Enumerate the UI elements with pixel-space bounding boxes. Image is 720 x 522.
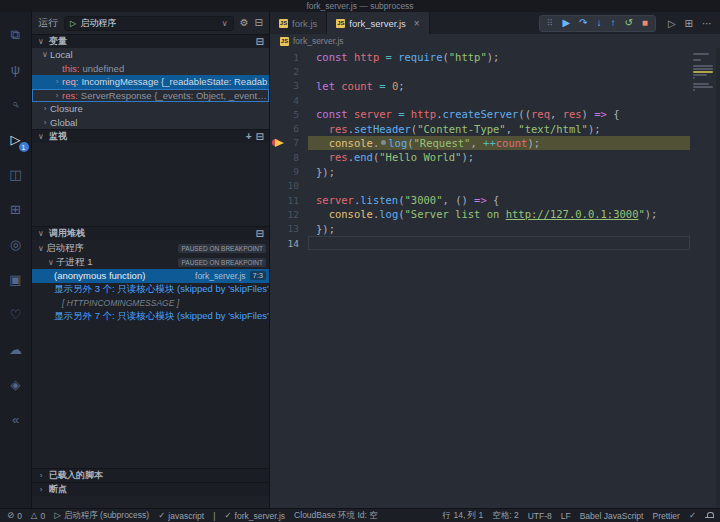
- gutter-line-2[interactable]: 2: [270, 64, 308, 78]
- code-line-2[interactable]: [308, 64, 690, 78]
- gutter-line-1[interactable]: 1: [270, 50, 308, 64]
- close-tab-icon[interactable]: ×: [414, 18, 420, 29]
- activity-containers[interactable]: ▣: [0, 262, 32, 297]
- tab-fork-server[interactable]: JSfork_server.js×: [327, 12, 429, 34]
- status-eol[interactable]: LF: [561, 511, 571, 521]
- variables-section-header[interactable]: ∨ 变量 ⊟: [32, 34, 269, 48]
- gutter-line-12[interactable]: 12: [270, 207, 308, 221]
- launch-config-select[interactable]: ▷ 启动程序 ∨: [64, 16, 234, 31]
- activity-collaboration[interactable]: ♡: [0, 297, 32, 332]
- start-debug-icon[interactable]: ▷: [70, 19, 76, 28]
- status-cursor-position[interactable]: 行 14, 列 1: [443, 510, 484, 522]
- code-line-5[interactable]: const server = http.createServer((req, r…: [308, 107, 690, 121]
- gutter[interactable]: 1234567891011121314: [270, 50, 308, 508]
- gutter-line-5[interactable]: 5: [270, 107, 308, 121]
- code-line-9[interactable]: });: [308, 164, 690, 178]
- minimap[interactable]: [693, 53, 713, 94]
- code-line-3[interactable]: let count = 0;: [308, 79, 690, 93]
- gutter-line-6[interactable]: 6: [270, 121, 308, 135]
- run-file-button[interactable]: ▷: [668, 18, 676, 29]
- activity-more-tools[interactable]: «: [0, 402, 32, 437]
- gutter-line-3[interactable]: 3: [270, 79, 308, 93]
- status-indentation[interactable]: 空格: 2: [492, 510, 518, 522]
- code-lines[interactable]: const http = require("http");let count =…: [308, 50, 690, 508]
- activity-search[interactable]: ♀: [0, 87, 32, 122]
- add-watch-icon[interactable]: +: [246, 132, 252, 142]
- scope-closure[interactable]: ›Closure: [32, 102, 269, 116]
- more-actions-button[interactable]: ⋯: [702, 18, 712, 29]
- activity-remote-explorer[interactable]: ◫: [0, 157, 32, 192]
- panel-icon[interactable]: ⊟: [256, 229, 264, 239]
- tab-fork[interactable]: JSfork.js: [270, 12, 327, 34]
- status-format-status[interactable]: ✓: [689, 511, 696, 520]
- watch-section-header[interactable]: ∨ 监视 + ⊟: [32, 129, 269, 143]
- scope-local[interactable]: ∨Local: [32, 48, 269, 62]
- code-line-7[interactable]: console.log("Request", ++count);: [308, 136, 690, 150]
- activity-source-control[interactable]: ψ: [0, 52, 32, 87]
- watch-title: 监视: [49, 130, 67, 143]
- gutter-line-11[interactable]: 11: [270, 193, 308, 207]
- inline-breakpoint-icon[interactable]: [381, 140, 386, 145]
- code-line-10[interactable]: [308, 179, 690, 193]
- editor-scrollbar[interactable]: [716, 48, 720, 508]
- code-line-12[interactable]: console.log("Server list on http://127.0…: [308, 207, 690, 221]
- activity-cloud[interactable]: ☁: [0, 332, 32, 367]
- activity-deploy[interactable]: ◈: [0, 367, 32, 402]
- status-language-status[interactable]: ✓javascript: [158, 511, 204, 521]
- step-into-button[interactable]: ↓: [596, 18, 601, 28]
- activity-explorer[interactable]: ⧉: [0, 17, 32, 52]
- activity-extensions[interactable]: ⊞: [0, 192, 32, 227]
- code-line-4[interactable]: [308, 93, 690, 107]
- activity-testing[interactable]: ◎: [0, 227, 32, 262]
- code-line-13[interactable]: });: [308, 222, 690, 236]
- activity-run-and-debug[interactable]: ▷1: [0, 122, 32, 157]
- status-notifications[interactable]: [705, 512, 713, 520]
- code-line-8[interactable]: res.end("Hello World");: [308, 150, 690, 164]
- panel-icon[interactable]: ⊟: [256, 37, 264, 47]
- code-line-11[interactable]: server.listen("3000", () => {: [308, 193, 690, 207]
- code-line-1[interactable]: const http = require("http");: [308, 50, 690, 64]
- gutter-line-10[interactable]: 10: [270, 179, 308, 193]
- code-line-6[interactable]: res.setHeader("Content-Type", "text/html…: [308, 121, 690, 135]
- gutter-line-4[interactable]: 4: [270, 93, 308, 107]
- var-res[interactable]: ›res:ServerResponse {_events: Object, _e…: [32, 89, 269, 103]
- continue-button[interactable]: ▶: [562, 18, 570, 28]
- split-editor-button[interactable]: ⊞: [685, 18, 693, 29]
- status-errors[interactable]: ⊘0: [7, 511, 22, 521]
- breadcrumb-file[interactable]: fork_server.js: [293, 36, 344, 46]
- gutter-line-13[interactable]: 13: [270, 222, 308, 236]
- gear-icon[interactable]: ⚙: [240, 18, 249, 28]
- step-over-button[interactable]: ↷: [579, 18, 587, 28]
- gutter-line-14[interactable]: 14: [270, 236, 308, 250]
- status-formatter[interactable]: Prettier: [652, 511, 679, 521]
- status-cloudbase-env[interactable]: CloudBase 环境 Id: 空: [294, 510, 378, 522]
- status-language-mode[interactable]: Babel JavaScript: [580, 511, 644, 521]
- gutter-line-7[interactable]: 7: [270, 136, 308, 150]
- code-line-14[interactable]: [308, 236, 690, 250]
- gutter-line-8[interactable]: 8: [270, 150, 308, 164]
- var-req[interactable]: ›req:IncomingMessage {_readableState: Re…: [32, 75, 269, 89]
- skipped-frames-7[interactable]: 显示另外 7 个: 只读核心模块 (skipped by 'skipFiles'…: [32, 310, 269, 324]
- gutter-line-9[interactable]: 9: [270, 164, 308, 178]
- skipped-frames-3[interactable]: 显示另外 3 个: 只读核心模块 (skipped by 'skipFiles'…: [32, 283, 269, 297]
- restart-button[interactable]: ↺: [624, 18, 632, 28]
- panel-icon[interactable]: ⊟: [256, 132, 264, 142]
- frame-http-incoming[interactable]: [ HTTPINCOMINGMESSAGE ]: [32, 296, 269, 310]
- session-subprocess[interactable]: ∨子进程 1PAUSED ON BREAKPOINT: [32, 256, 269, 270]
- stop-button[interactable]: ■: [642, 18, 648, 28]
- callstack-section-header[interactable]: ∨ 调用堆栈 ⊟: [32, 226, 269, 240]
- status-debug-session[interactable]: ▷启动程序 (subprocess): [54, 510, 149, 522]
- status-active-file[interactable]: ✓fork_server.js: [224, 511, 285, 521]
- status-encoding[interactable]: UTF-8: [528, 511, 552, 521]
- debug-console-icon[interactable]: ⊟: [255, 18, 263, 28]
- breadcrumb[interactable]: JS fork_server.js: [270, 34, 720, 48]
- loaded-scripts-header[interactable]: › 已载入的脚本: [32, 468, 269, 482]
- breakpoints-header[interactable]: › 断点: [32, 482, 269, 496]
- toolbar-grip-icon[interactable]: ⠿: [547, 18, 554, 28]
- step-out-button[interactable]: ↑: [610, 18, 615, 28]
- var-this[interactable]: this:undefined: [32, 62, 269, 76]
- frame-anonymous[interactable]: (anonymous function)fork_server.js7:3: [32, 269, 269, 283]
- session-launch[interactable]: ∨启动程序PAUSED ON BREAKPOINT: [32, 242, 269, 256]
- status-warnings[interactable]: △0: [31, 511, 45, 521]
- scope-global[interactable]: ›Global: [32, 116, 269, 130]
